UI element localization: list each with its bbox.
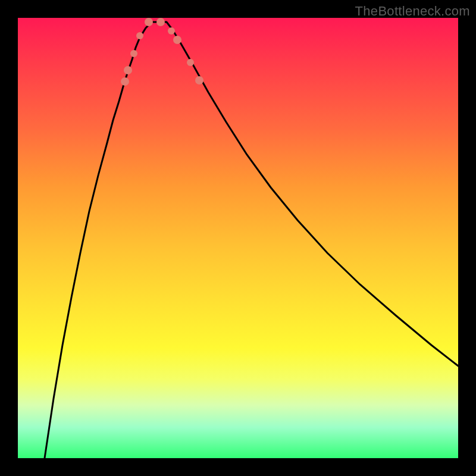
- chart-svg: [18, 18, 458, 458]
- data-marker: [136, 32, 143, 39]
- data-marker: [187, 59, 194, 66]
- data-marker: [124, 66, 132, 74]
- curve-right-branch: [167, 22, 458, 366]
- data-marker: [130, 50, 137, 57]
- curve-left-branch: [45, 22, 152, 458]
- data-marker: [168, 27, 175, 35]
- data-marker: [173, 36, 181, 44]
- data-marker: [121, 77, 129, 86]
- data-marker: [145, 18, 153, 26]
- chart-plot-area: [18, 18, 458, 458]
- data-marker: [156, 18, 165, 26]
- watermark-text: TheBottleneck.com: [355, 4, 470, 19]
- data-marker: [195, 76, 203, 84]
